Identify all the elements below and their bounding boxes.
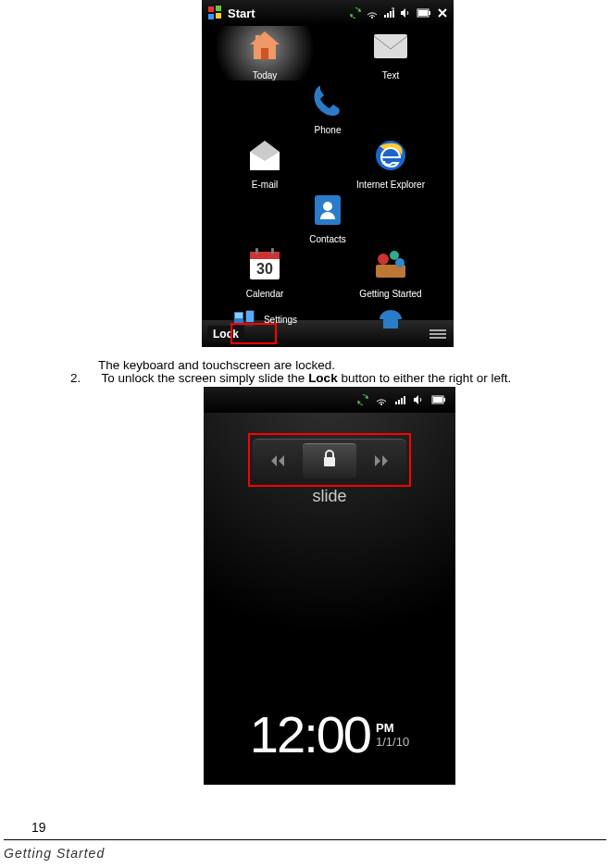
- arrow-right-icon: [364, 454, 388, 467]
- calendar-icon: 30: [244, 244, 285, 285]
- svg-rect-1: [216, 6, 221, 11]
- step-text-b: button to either the right or left.: [338, 371, 512, 385]
- close-icon: [437, 7, 448, 19]
- status-bar: Start: [202, 0, 454, 26]
- step-text-bold: Lock: [308, 371, 338, 385]
- app-marketplace: [328, 299, 454, 340]
- svg-rect-30: [246, 311, 254, 322]
- svg-rect-13: [255, 35, 259, 41]
- app-settings: Settings: [202, 299, 328, 340]
- battery-icon: [417, 8, 431, 18]
- svg-rect-37: [398, 400, 400, 404]
- phone-start-screenshot: Start Today Text: [202, 0, 454, 347]
- svg-rect-43: [324, 457, 335, 466]
- svg-rect-5: [384, 15, 386, 18]
- svg-rect-36: [395, 402, 397, 404]
- envelope-open-icon: [244, 135, 285, 176]
- svg-rect-42: [433, 397, 442, 403]
- app-contacts: Contacts: [202, 190, 454, 244]
- footer-separator: [4, 839, 606, 840]
- app-text: Text: [328, 26, 454, 81]
- ie-icon: [370, 135, 411, 176]
- step-text-a: To unlock the screen simply slide the: [102, 371, 309, 385]
- lock-clock: 12:00 PM 1/1/10: [204, 704, 455, 764]
- app-label: Phone: [315, 125, 342, 135]
- step-2-text: 2. To unlock the screen simply slide the…: [70, 371, 511, 385]
- settings-icon: [232, 308, 256, 330]
- contacts-icon: [307, 190, 348, 230]
- page-number: 19: [31, 820, 46, 835]
- svg-point-4: [371, 17, 373, 19]
- svg-rect-31: [383, 319, 398, 329]
- start-label: Start: [228, 6, 255, 20]
- svg-rect-21: [271, 248, 274, 254]
- windows-icon: [207, 5, 224, 21]
- app-label: Today: [253, 70, 278, 81]
- svg-point-24: [378, 254, 389, 265]
- app-getting-started: Getting Started: [328, 244, 454, 299]
- svg-rect-10: [429, 11, 430, 15]
- sync-icon: [357, 394, 368, 405]
- app-calendar: 30 Calendar: [202, 244, 328, 299]
- wifi-icon: [376, 394, 387, 405]
- svg-rect-28: [235, 313, 243, 318]
- unlock-slider: [253, 439, 406, 481]
- phone-lock-screenshot: slide 12:00 PM 1/1/10: [204, 387, 455, 785]
- app-label: E-mail: [252, 180, 278, 190]
- home-icon: [244, 26, 285, 67]
- lock-icon: [322, 450, 337, 472]
- signal-icon: [394, 394, 405, 405]
- start-app-grid: Today Text Phone E-mail: [202, 26, 454, 320]
- battery-icon: [431, 395, 446, 404]
- clock-date: 1/1/10: [376, 735, 409, 749]
- svg-rect-20: [255, 248, 258, 254]
- app-label: Calendar: [246, 289, 284, 299]
- getting-started-icon: [370, 244, 411, 285]
- svg-rect-39: [404, 396, 405, 404]
- app-phone: Phone: [202, 81, 454, 135]
- signal-icon: [383, 7, 394, 19]
- arrow-left-icon: [271, 454, 295, 467]
- svg-point-26: [395, 258, 405, 267]
- svg-rect-7: [390, 11, 392, 18]
- clock-time: 12:00: [250, 704, 370, 764]
- phone-icon: [307, 81, 348, 121]
- svg-rect-14: [374, 34, 407, 58]
- volume-icon: [400, 7, 411, 19]
- envelope-icon: [370, 26, 411, 67]
- step-number: 2.: [70, 371, 98, 385]
- app-internet-explorer: Internet Explorer: [328, 135, 454, 190]
- svg-rect-41: [443, 398, 445, 402]
- svg-rect-19: [250, 252, 280, 259]
- svg-rect-38: [401, 398, 403, 404]
- footer-title: Getting Started: [4, 846, 105, 861]
- slider-knob: [303, 443, 356, 478]
- app-label: Settings: [264, 315, 297, 325]
- caption-locked-text: The keyboard and touchscreen are locked.: [98, 358, 335, 372]
- svg-rect-3: [216, 13, 221, 19]
- svg-rect-11: [418, 10, 428, 16]
- svg-rect-6: [387, 13, 389, 18]
- clock-ampm: PM: [376, 721, 409, 735]
- app-label: Internet Explorer: [356, 180, 425, 190]
- svg-text:30: 30: [256, 261, 273, 277]
- wifi-icon: [367, 7, 378, 19]
- svg-rect-0: [208, 6, 214, 12]
- svg-rect-2: [208, 14, 214, 19]
- sync-icon: [350, 7, 361, 19]
- app-label: Text: [382, 70, 399, 81]
- volume-icon: [413, 394, 424, 405]
- app-label: Getting Started: [359, 289, 421, 299]
- svg-point-17: [323, 202, 332, 211]
- app-email: E-mail: [202, 135, 328, 190]
- status-bar: [204, 387, 455, 413]
- marketplace-icon: [370, 299, 411, 340]
- app-today: Today: [202, 26, 328, 81]
- slide-label: slide: [253, 487, 406, 506]
- app-label: Contacts: [309, 234, 345, 244]
- svg-point-25: [390, 251, 399, 260]
- svg-rect-12: [261, 48, 268, 59]
- svg-point-35: [380, 403, 382, 405]
